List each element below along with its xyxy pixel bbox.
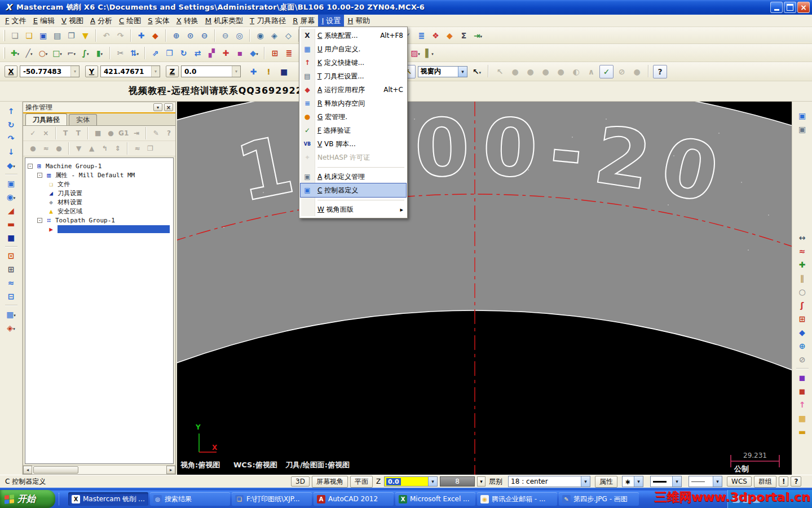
xform-scale-icon[interactable]: ✚ bbox=[219, 46, 233, 60]
gview-top-icon[interactable]: ↑ bbox=[4, 104, 19, 118]
selection-help-icon[interactable]: ? bbox=[653, 65, 667, 78]
viewport-fit-icon[interactable]: ▣ bbox=[4, 177, 19, 190]
menu-item-macro-manager[interactable]: ●G 宏管理. bbox=[301, 110, 406, 124]
tree-item-tool-settings[interactable]: ◢刀具设置 bbox=[25, 189, 173, 198]
start-button[interactable]: 开始 bbox=[0, 490, 55, 508]
warning-icon[interactable]: ! bbox=[262, 65, 276, 78]
curve-check-icon[interactable]: ≈ bbox=[795, 244, 810, 258]
color-dropdown-arrow-icon[interactable] bbox=[477, 476, 486, 487]
create-fillet-icon[interactable]: ⌐ bbox=[64, 46, 78, 60]
combo-arrow-icon[interactable] bbox=[634, 476, 643, 487]
minimize-button[interactable] bbox=[770, 2, 783, 13]
xform-array-icon[interactable]: ▪ bbox=[233, 46, 247, 60]
run-addin-icon[interactable]: ❖ bbox=[429, 29, 443, 42]
post-icon[interactable]: ⇥ bbox=[471, 29, 485, 42]
pan-icon[interactable]: ✚ bbox=[134, 29, 148, 42]
menubar-item-T[interactable]: T 刀具路径 bbox=[246, 15, 289, 27]
layer-icon[interactable]: ▬ bbox=[795, 425, 810, 439]
tree-item-machine-group[interactable]: -⊞Machine Group-1 bbox=[25, 161, 173, 170]
level-combo[interactable]: 18 : center bbox=[508, 476, 590, 487]
tree-expand-box[interactable]: - bbox=[37, 218, 42, 223]
create-point-icon[interactable]: ✚ bbox=[8, 46, 22, 60]
zoom-target-icon[interactable]: ⊙ bbox=[183, 29, 197, 42]
zoom-window-icon[interactable]: ⊕ bbox=[169, 29, 183, 42]
toggle-post-icon[interactable]: ≈ bbox=[131, 143, 144, 155]
g1-icon[interactable]: G1 bbox=[117, 128, 130, 139]
menu-item-toolbar-settings[interactable]: ▤T 刀具栏设置... bbox=[301, 69, 406, 83]
scroll-track[interactable] bbox=[32, 466, 166, 474]
menu-item-system-config[interactable]: XC 系统配置...Alt+F8 bbox=[301, 29, 406, 42]
remove-selected-icon[interactable]: T bbox=[72, 128, 85, 139]
taskbar-task-mastercam[interactable]: XMastercam 铣削 X... bbox=[68, 492, 148, 506]
menubar-item-E[interactable]: E 编辑 bbox=[30, 15, 58, 27]
line-width-combo[interactable] bbox=[689, 476, 722, 487]
toolbar-grip[interactable] bbox=[3, 30, 5, 41]
combo-arrow-icon[interactable] bbox=[672, 476, 681, 487]
group-button[interactable]: 群组 bbox=[754, 476, 776, 488]
viewport-icon[interactable]: ⊟ bbox=[4, 290, 19, 303]
xform-mirror-icon[interactable]: ⇄ bbox=[191, 46, 205, 60]
gview-rotate-icon[interactable]: ↷ bbox=[4, 132, 19, 145]
tree-expand-box[interactable]: - bbox=[28, 164, 33, 169]
tab-toolpaths[interactable]: 刀具路径 bbox=[25, 113, 67, 125]
menu-item-select-verify[interactable]: ✓F 选择验证 bbox=[301, 124, 406, 137]
print-preview-icon[interactable]: ❐ bbox=[64, 29, 78, 42]
scroll-thumb[interactable] bbox=[33, 466, 78, 474]
dynamic-rotate-icon[interactable]: ◆ bbox=[148, 29, 162, 42]
verify-solid-icon[interactable]: ◆ bbox=[443, 29, 457, 42]
panel-horizontal-scrollbar[interactable] bbox=[23, 465, 175, 474]
y-coord-button[interactable]: Y bbox=[85, 65, 98, 77]
menubar-item-C[interactable]: C 绘图 bbox=[116, 15, 144, 27]
fit-width-icon[interactable]: ↔ bbox=[795, 231, 810, 244]
insert-arrow-move-icon[interactable]: ↰ bbox=[98, 143, 111, 155]
combo-arrow-icon[interactable] bbox=[713, 476, 722, 487]
null-entity-icon[interactable]: ⊘ bbox=[795, 353, 810, 366]
controller-def-icon[interactable]: ▣ bbox=[795, 109, 810, 122]
zoom-fit-icon[interactable]: ◎ bbox=[232, 29, 246, 42]
select-arrow-icon[interactable]: ↖ bbox=[470, 65, 484, 78]
taskbar-task-folder[interactable]: ❏F:\打印图纸\XJP... bbox=[232, 492, 312, 506]
panel-close-button[interactable] bbox=[164, 103, 173, 111]
xform-copy-icon[interactable]: ❐ bbox=[162, 46, 176, 60]
tree-item-toolpath-group[interactable]: -∷Toolpath Group-1 bbox=[25, 216, 173, 225]
fit-screen-icon[interactable]: ◈ bbox=[267, 29, 281, 42]
close-button[interactable] bbox=[797, 2, 810, 13]
attr-color-icon[interactable]: ◼ bbox=[795, 371, 810, 384]
backplot-icon[interactable]: ■ bbox=[91, 128, 104, 139]
create-solid-icon[interactable]: ▮ bbox=[92, 46, 107, 60]
taskbar-task-excel[interactable]: XMicrosoft Excel ... bbox=[395, 492, 475, 506]
line-style-combo[interactable] bbox=[650, 476, 682, 487]
highfeed-icon[interactable]: ✎ bbox=[149, 128, 162, 139]
xform-rotate-icon[interactable]: ↻ bbox=[176, 46, 191, 60]
menu-item-vb-script[interactable]: VBV VB 脚本... bbox=[301, 137, 406, 151]
menubar-item-H[interactable]: H 帮助 bbox=[344, 15, 373, 27]
menubar-item-F[interactable]: F 文件 bbox=[2, 15, 30, 27]
warning-button[interactable]: ! bbox=[779, 476, 788, 487]
palette-icon[interactable]: ▦ bbox=[795, 411, 810, 425]
zoom-previous-icon[interactable]: ⊖ bbox=[218, 29, 232, 42]
move-up-icon[interactable]: ▲ bbox=[85, 143, 98, 155]
menubar-item-S[interactable]: S 实体 bbox=[144, 15, 173, 27]
xform-gnomon-icon[interactable]: ◆ bbox=[247, 46, 261, 60]
y-combo-arrow-icon[interactable] bbox=[151, 66, 160, 77]
tree-selected-row[interactable] bbox=[58, 225, 170, 233]
save-file-icon[interactable]: ▣ bbox=[36, 29, 50, 42]
point-style-combo[interactable] bbox=[622, 476, 643, 487]
ops-help-icon[interactable]: ? bbox=[162, 128, 175, 139]
machine-def-icon[interactable]: ▣ bbox=[795, 122, 810, 136]
tree-item-properties[interactable]: -▥属性 - Mill Default MM bbox=[25, 170, 173, 179]
quick-point-icon[interactable]: ✚ bbox=[246, 65, 261, 78]
restore-button[interactable] bbox=[784, 2, 796, 13]
menubar-item-R[interactable]: R 屏幕 bbox=[289, 15, 318, 27]
grid-cube-icon[interactable]: ⊞ bbox=[4, 262, 19, 276]
stats-icon[interactable]: Σ bbox=[457, 29, 471, 42]
clear-colors-icon[interactable]: ◇ bbox=[281, 29, 295, 42]
create-spline-icon[interactable]: ∫ bbox=[78, 46, 92, 60]
z-coord-input[interactable]: 0.0 bbox=[181, 65, 241, 77]
gview-turn-icon[interactable]: ↻ bbox=[4, 118, 19, 132]
select-all-ops-icon[interactable]: ✓ bbox=[27, 128, 39, 139]
xform-offset-icon[interactable]: ▞ bbox=[205, 46, 219, 60]
print-icon[interactable]: ▤ bbox=[50, 29, 64, 42]
iso-cube-icon[interactable]: ⊡ bbox=[4, 249, 19, 262]
multiview-icon[interactable]: ▦ bbox=[4, 308, 19, 321]
